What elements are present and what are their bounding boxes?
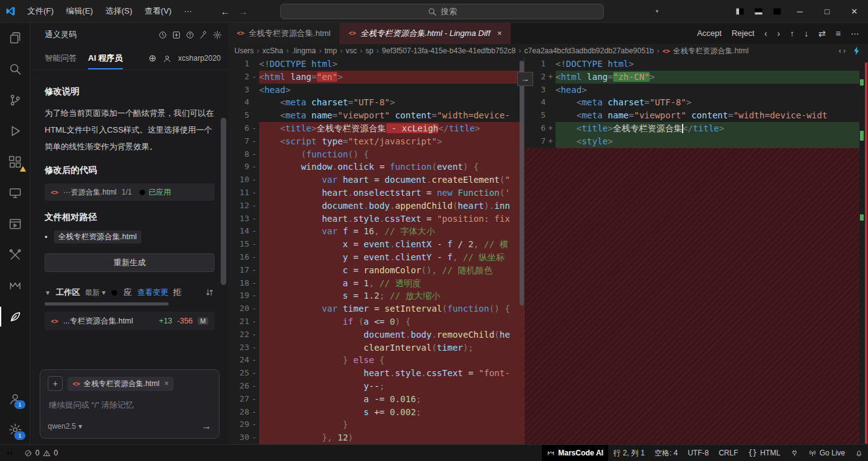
sidebar-scrollbar[interactable] — [221, 118, 226, 285]
sort-dropdown[interactable]: 最新 ▾ — [85, 288, 105, 298]
activity-search[interactable] — [0, 53, 30, 84]
plugin-icon[interactable] — [199, 30, 208, 40]
back-arrow-icon[interactable]: ← — [221, 6, 230, 17]
overview-ruler[interactable] — [859, 58, 868, 445]
menu-item-2[interactable]: 选择(S) — [99, 0, 138, 22]
menu-item-4[interactable]: ··· — [178, 0, 198, 22]
context-file-chip[interactable]: <> 全栈专栏资源合集.html × — [68, 377, 174, 391]
status-cursor-position[interactable]: 行 2, 列 1 — [608, 445, 650, 461]
status-go-live[interactable]: Go Live — [804, 445, 850, 461]
activity-lingma[interactable] — [0, 301, 30, 332]
forward-arrow-icon[interactable]: → — [239, 6, 248, 17]
breadcrumb-item[interactable]: tmp — [324, 46, 337, 55]
tab-file[interactable]: <> 全栈专栏资源合集.html — [228, 22, 340, 44]
status-marscode-ai[interactable]: MarsCode AI — [542, 445, 608, 461]
inline-view-icon[interactable]: ≡ — [836, 29, 841, 38]
editor-scrollbar[interactable] — [520, 61, 524, 305]
breadcrumb-item[interactable]: Users — [234, 46, 254, 55]
workspace-row[interactable]: ▼ 工作区 最新 ▾ 应用 查看变更 拒绝 — [45, 284, 215, 301]
modified-file-chip[interactable]: <> ···资源合集.html 1/1 已应用 — [45, 183, 215, 201]
breadcrumb-item[interactable]: .lingma — [292, 46, 316, 55]
tab-ai-programmer[interactable]: AI 程序员 — [88, 47, 123, 69]
breadcrumb-item[interactable]: 9ef3f507-13fa-415e-b43e-41edfbb752c8 — [382, 46, 516, 55]
diff-editor-original[interactable]: 1<!DOCTYPE html>2-<html lang="en">3<head… — [228, 58, 525, 445]
notification-badge: 1 — [14, 431, 25, 440]
toggle-secondary-sidebar-icon[interactable] — [768, 0, 786, 22]
breadcrumb-item[interactable]: vsc — [345, 46, 356, 55]
layout-dropdown-icon[interactable]: ▾ — [653, 8, 658, 14]
tab-chat[interactable]: 智能问答 — [45, 47, 77, 69]
status-encoding[interactable]: UTF-8 — [683, 445, 714, 461]
menu-item-1[interactable]: 编辑(E) — [60, 0, 99, 22]
regenerate-button[interactable]: 重新生成 — [45, 253, 215, 272]
editor-area: <> 全栈专栏资源合集.html <> 全栈专栏资源合集.html - Ling… — [228, 22, 868, 445]
close-button[interactable]: ✕ — [841, 0, 868, 22]
apply-check-icon — [110, 289, 118, 297]
apply-label[interactable]: 应用 — [123, 287, 132, 298]
new-chat-icon[interactable] — [172, 30, 181, 40]
menu-item-0[interactable]: 文件(F) — [21, 0, 60, 22]
history-icon[interactable] — [158, 30, 167, 40]
breadcrumb-item[interactable]: 全栈专栏资源合集.html — [673, 46, 749, 56]
tab-lingma-diff[interactable]: <> 全栈专栏资源合集.html - Lingma Diff × — [340, 22, 511, 44]
activity-marscode[interactable] — [0, 270, 30, 301]
help-icon[interactable] — [185, 30, 195, 40]
status-eol[interactable]: CRLF — [714, 445, 743, 461]
activity-settings[interactable]: 1 — [0, 414, 30, 445]
command-search-input[interactable]: 搜索 — [280, 4, 604, 19]
breadcrumb-item[interactable]: c7ea2aa4bcfd3adbdb92db27abe9051b — [525, 46, 654, 55]
next-change-icon[interactable]: › — [777, 29, 780, 38]
close-tab-icon[interactable]: × — [497, 29, 502, 38]
chevron-down-icon[interactable]: ▼ — [45, 289, 51, 296]
swap-vertical-icon[interactable] — [205, 288, 215, 297]
activity-run-debug[interactable] — [0, 115, 30, 146]
activity-live-preview[interactable] — [0, 208, 30, 239]
status-language-mode[interactable]: {}HTML — [743, 445, 786, 461]
move-down-icon[interactable]: ↓ — [804, 29, 808, 38]
minimize-button[interactable]: ─ — [786, 0, 813, 22]
breadcrumb-item[interactable]: xcSha — [262, 46, 283, 55]
search-placeholder: 搜索 — [441, 6, 457, 17]
maximize-button[interactable]: □ — [813, 0, 841, 22]
add-session-icon[interactable]: ⊕ — [149, 53, 157, 64]
remote-indicator-icon[interactable] — [0, 445, 19, 461]
overview-added-mark — [860, 214, 864, 221]
activity-account[interactable]: 1 — [0, 383, 30, 414]
relative-path-item[interactable]: • 全栈专栏资源合集.html — [45, 230, 215, 244]
menu-item-3[interactable]: 查看(V) — [138, 0, 177, 22]
status-indentation[interactable]: 空格: 4 — [650, 445, 683, 461]
reject-button[interactable]: Reject — [732, 29, 755, 38]
status-plug[interactable] — [786, 445, 804, 461]
settings-icon[interactable] — [213, 30, 222, 40]
add-context-button[interactable]: + — [48, 376, 63, 391]
activity-explorer[interactable] — [0, 22, 30, 53]
code-icon[interactable]: ‹ › — [839, 46, 846, 55]
diff-editor-modified[interactable]: 1<!DOCTYPE html>2+<html lang="zh-CN">3<h… — [525, 58, 859, 445]
activity-extensions[interactable] — [0, 146, 30, 177]
remove-context-icon[interactable]: × — [164, 379, 169, 388]
activity-source-control[interactable] — [0, 84, 30, 115]
send-button[interactable]: → — [202, 421, 211, 432]
move-up-icon[interactable]: ↑ — [790, 29, 794, 38]
chat-input[interactable]: 继续提问或 “/” 清除记忆 — [49, 400, 211, 411]
toggle-panel-icon[interactable] — [749, 0, 768, 22]
revert-change-arrow-icon[interactable]: → — [517, 72, 533, 86]
problems-indicator[interactable]: 0 0 — [19, 445, 63, 461]
activity-remote-explorer[interactable] — [0, 177, 30, 208]
horizontal-scrollbar[interactable] — [45, 302, 169, 305]
breadcrumb-item[interactable]: sp — [365, 46, 373, 55]
swap-icon[interactable]: ⇄ — [818, 29, 826, 38]
lingma-flash-icon[interactable] — [852, 46, 862, 56]
sidebar-content: 修改说明 为了给当前页面添加一个酷炫背景，我们可以在HTML文件中引入CSS样式… — [30, 70, 228, 330]
view-changes-link[interactable]: 查看变更 — [137, 288, 168, 298]
activity-tools[interactable] — [0, 239, 30, 270]
toggle-sidebar-icon[interactable] — [730, 0, 749, 22]
accept-button[interactable]: Accept — [697, 29, 722, 38]
workspace-file-row[interactable]: <> ...专栏资源合集.html +13 -356 M — [45, 312, 215, 330]
prev-change-icon[interactable]: ‹ — [764, 29, 768, 38]
more-actions-icon[interactable]: ⋯ — [851, 29, 859, 38]
reject-label[interactable]: 拒绝 — [173, 287, 182, 298]
status-notifications[interactable] — [850, 445, 868, 461]
model-selector[interactable]: qwen2.5 ▾ — [48, 422, 82, 431]
vscode-window: 文件(F)编辑(E)选择(S)查看(V)··· ← → 搜索 ▾ ─ □ ✕ 1… — [0, 0, 868, 461]
